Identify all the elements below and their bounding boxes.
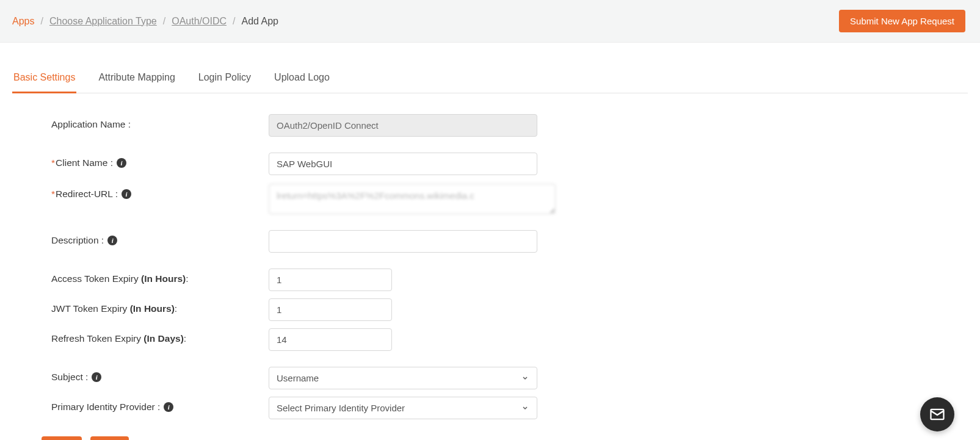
- row-primary-identity-provider: Primary Identity Provider : i Select Pri…: [51, 397, 968, 419]
- row-subject: Subject : i Username: [51, 367, 968, 389]
- label-subject: Subject : i: [51, 367, 269, 383]
- row-description: Description : i: [51, 230, 968, 253]
- label-jwt-token-expiry: JWT Token Expiry (In Hours):: [51, 298, 269, 314]
- breadcrumb-choose-type[interactable]: Choose Application Type: [49, 16, 157, 27]
- label-description: Description : i: [51, 230, 269, 246]
- main-content: Basic Settings Attribute Mapping Login P…: [0, 66, 980, 440]
- info-icon[interactable]: i: [164, 402, 173, 412]
- tab-attribute-mapping[interactable]: Attribute Mapping: [97, 66, 176, 93]
- input-description[interactable]: [269, 230, 537, 253]
- next-button[interactable]: Next: [90, 436, 129, 440]
- row-jwt-token-expiry: JWT Token Expiry (In Hours):: [51, 298, 968, 321]
- input-access-token-expiry[interactable]: [269, 269, 392, 291]
- save-button[interactable]: Save: [42, 436, 82, 440]
- label-application-name: Application Name :: [51, 114, 269, 130]
- breadcrumb: Apps / Choose Application Type / OAuth/O…: [12, 16, 278, 27]
- mail-icon: [929, 406, 946, 423]
- breadcrumb-separator: /: [163, 16, 165, 27]
- row-client-name: *Client Name : i: [51, 153, 968, 175]
- info-icon[interactable]: i: [117, 158, 126, 168]
- info-icon[interactable]: i: [107, 236, 117, 245]
- form-area: Application Name : *Client Name : i *Red…: [12, 93, 968, 419]
- select-subject[interactable]: Username: [269, 367, 537, 389]
- label-redirect-url: *Redirect-URL : i: [51, 184, 269, 200]
- row-refresh-token-expiry: Refresh Token Expiry (In Days):: [51, 328, 968, 351]
- footer-buttons: Save Next: [42, 436, 968, 440]
- label-refresh-token-expiry: Refresh Token Expiry (In Days):: [51, 328, 269, 344]
- tab-basic-settings[interactable]: Basic Settings: [12, 66, 76, 93]
- row-access-token-expiry: Access Token Expiry (In Hours):: [51, 269, 968, 291]
- select-primary-identity-provider[interactable]: Select Primary Identity Provider: [269, 397, 537, 419]
- breadcrumb-oauth[interactable]: OAuth/OIDC: [172, 16, 227, 27]
- tab-upload-logo[interactable]: Upload Logo: [273, 66, 331, 93]
- row-application-name: Application Name :: [51, 114, 968, 137]
- row-redirect-url: *Redirect-URL : i lreturn=https%3A%2F%2F…: [51, 184, 968, 214]
- info-icon[interactable]: i: [92, 372, 101, 382]
- contact-fab[interactable]: [920, 397, 954, 431]
- breadcrumb-separator: /: [40, 16, 43, 27]
- breadcrumb-separator: /: [233, 16, 235, 27]
- info-icon[interactable]: i: [122, 189, 131, 199]
- top-bar: Apps / Choose Application Type / OAuth/O…: [0, 0, 980, 43]
- input-client-name[interactable]: [269, 153, 537, 175]
- tabs: Basic Settings Attribute Mapping Login P…: [12, 66, 968, 93]
- input-jwt-token-expiry[interactable]: [269, 298, 392, 321]
- label-access-token-expiry: Access Token Expiry (In Hours):: [51, 269, 269, 284]
- tab-login-policy[interactable]: Login Policy: [197, 66, 252, 93]
- breadcrumb-apps[interactable]: Apps: [12, 16, 34, 27]
- label-client-name: *Client Name : i: [51, 153, 269, 168]
- label-primary-identity-provider: Primary Identity Provider : i: [51, 397, 269, 413]
- input-refresh-token-expiry[interactable]: [269, 328, 392, 351]
- submit-new-app-button[interactable]: Submit New App Request: [839, 10, 965, 32]
- breadcrumb-current: Add App: [241, 16, 278, 27]
- input-application-name: [269, 114, 537, 137]
- input-redirect-url[interactable]: lreturn=https%3A%2F%2Fcommons.wikimedia.…: [269, 184, 556, 214]
